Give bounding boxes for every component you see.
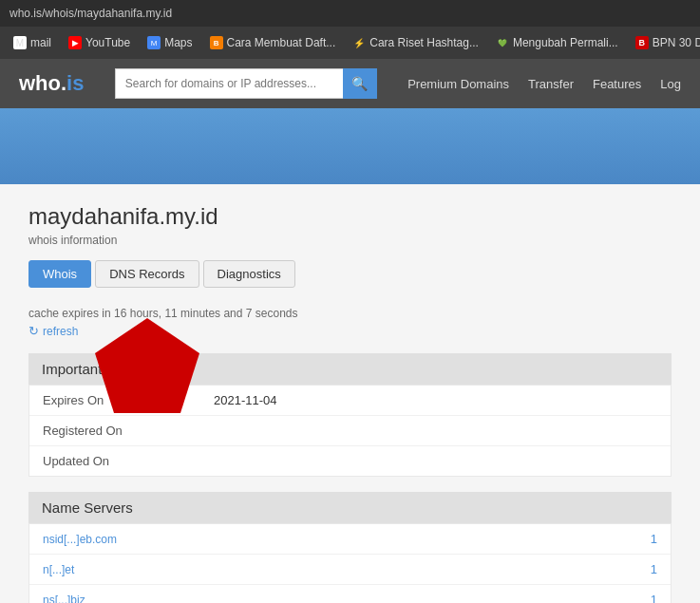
blue-banner bbox=[0, 108, 700, 184]
bookmark-youtube-label: YouTube bbox=[85, 36, 130, 49]
table-row: Updated On bbox=[29, 446, 671, 476]
nav-premium[interactable]: Premium Domains bbox=[407, 77, 509, 91]
name-servers-header: Name Servers bbox=[28, 492, 672, 523]
blogger-icon: B bbox=[210, 36, 223, 49]
bookmark-b[interactable]: B BPN 30 Da... bbox=[628, 33, 700, 52]
important-dates-section: Expires On 2021-11-04 Registered On Upda… bbox=[28, 385, 672, 477]
bookmark-youtube[interactable]: ▶ YouTube bbox=[61, 33, 138, 52]
header-nav: Premium Domains Transfer Features Log bbox=[407, 77, 681, 91]
table-row: ns[...]biz 1 bbox=[29, 585, 671, 603]
refresh-link[interactable]: ↻ refresh bbox=[28, 324, 672, 338]
ns-count-2: 1 bbox=[651, 562, 657, 576]
browser-titlebar: who.is/whois/maydahanifa.my.id bbox=[0, 0, 700, 27]
expires-value: 2021-11-04 bbox=[214, 393, 277, 407]
logo-suffix: is bbox=[66, 71, 84, 95]
ns-link-1[interactable]: nsid[...]eb.com bbox=[43, 533, 117, 546]
bookmark-blogger[interactable]: B Cara Membuat Daft... bbox=[202, 33, 344, 52]
bookmark-gmail[interactable]: M mail bbox=[6, 33, 59, 52]
adsense-icon: 💚 bbox=[496, 36, 509, 49]
refresh-icon: ↻ bbox=[28, 324, 39, 338]
youtube-icon: ▶ bbox=[68, 36, 82, 49]
nav-login[interactable]: Log bbox=[660, 77, 681, 91]
tab-diagnostics[interactable]: Diagnostics bbox=[203, 260, 295, 288]
bookmark-b-label: BPN 30 Da... bbox=[653, 36, 700, 49]
ns-link-3[interactable]: ns[...]biz bbox=[43, 594, 85, 604]
updated-label: Updated On bbox=[43, 454, 214, 468]
bookmark-winudf[interactable]: ⚡ Cara Riset Hashtag... bbox=[345, 33, 486, 52]
bookmark-maps-label: Maps bbox=[164, 36, 192, 49]
maps-icon: M bbox=[147, 36, 161, 49]
domain-title: maydahanifa.my.id bbox=[28, 203, 672, 230]
search-button[interactable]: 🔍 bbox=[343, 68, 377, 99]
registered-label: Registered On bbox=[43, 424, 214, 438]
expires-label: Expires On bbox=[43, 393, 214, 407]
important-dates-header: Important Dates bbox=[28, 353, 672, 385]
search-input[interactable] bbox=[115, 68, 343, 99]
cache-info: cache expires in 16 hours, 11 minutes an… bbox=[28, 307, 672, 320]
nav-features[interactable]: Features bbox=[593, 77, 641, 91]
main-content: maydahanifa.my.id whois information Whoi… bbox=[0, 184, 700, 603]
ns-count-3: 1 bbox=[651, 593, 657, 603]
table-row: n[...]et 1 bbox=[29, 555, 671, 585]
ns-link-2[interactable]: n[...]et bbox=[43, 563, 74, 576]
winudf-icon: ⚡ bbox=[352, 36, 366, 49]
tab-url: who.is/whois/maydahanifa.my.id bbox=[9, 7, 172, 20]
bookmark-maps[interactable]: M Maps bbox=[140, 33, 199, 52]
bookmark-blogger-label: Cara Membuat Daft... bbox=[227, 36, 336, 49]
bookmark-adsense[interactable]: 💚 Mengubah Permali... bbox=[488, 33, 626, 52]
tab-dns-records[interactable]: DNS Records bbox=[95, 260, 199, 288]
whois-info-label: whois information bbox=[28, 234, 672, 247]
refresh-label: refresh bbox=[43, 325, 78, 338]
search-bar: 🔍 bbox=[115, 68, 377, 99]
site-header: who.is 🔍 Premium Domains Transfer Featur… bbox=[0, 59, 700, 108]
gmail-icon: M bbox=[13, 36, 27, 49]
bookmarks-bar: M mail ▶ YouTube M Maps B Cara Membuat D… bbox=[0, 27, 700, 59]
table-row: nsid[...]eb.com 1 bbox=[29, 524, 671, 555]
logo-text: who. bbox=[19, 71, 66, 95]
bookmark-adsense-label: Mengubah Permali... bbox=[513, 36, 618, 49]
ns-count-1: 1 bbox=[651, 532, 657, 546]
tab-bar: Whois DNS Records Diagnostics bbox=[28, 260, 672, 288]
nav-transfer[interactable]: Transfer bbox=[528, 77, 574, 91]
bookmark-winudf-label: Cara Riset Hashtag... bbox=[369, 36, 479, 49]
name-servers-section: nsid[...]eb.com 1 n[...]et 1 ns[...]biz … bbox=[28, 523, 672, 603]
tab-whois[interactable]: Whois bbox=[28, 260, 91, 288]
bookmark-gmail-label: mail bbox=[30, 36, 51, 49]
site-logo[interactable]: who.is bbox=[19, 71, 84, 96]
b-icon: B bbox=[635, 36, 649, 49]
table-row: Registered On bbox=[29, 416, 671, 446]
table-row: Expires On 2021-11-04 bbox=[29, 386, 671, 416]
